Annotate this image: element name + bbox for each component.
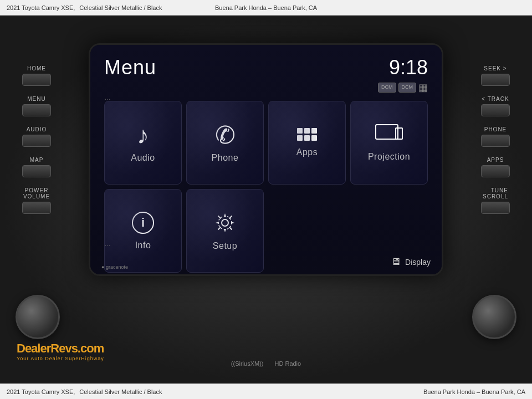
dcm-badge-2: DCM (398, 83, 417, 93)
info-label: Info (135, 241, 151, 250)
menu-button[interactable] (22, 104, 51, 116)
info-menu-item[interactable]: i Info (104, 189, 182, 273)
right-button-panel: SEEK > < TRACK PHONE APPS TUNE SCROLL (481, 65, 510, 214)
vehicle-info-top: 2021 Toyota Camry XSE, (7, 4, 75, 11)
info-icon: i (132, 212, 154, 234)
bottom-logos: ((SiriusXM)) HD Radio (231, 360, 301, 367)
power-volume-label: POWER VOLUME (23, 187, 50, 200)
display-button[interactable]: 🖥 Display (391, 256, 431, 268)
projection-label: Projection (368, 152, 410, 162)
tune-scroll-btn-group: TUNE SCROLL (481, 187, 510, 214)
svg-point-1 (218, 216, 232, 229)
setup-menu-item[interactable]: Setup (186, 189, 264, 273)
audio-button[interactable] (22, 135, 51, 147)
car-interior: HOME MENU AUDIO MAP POWER VOLUME (0, 16, 532, 383)
map-btn-label: MAP (30, 157, 44, 163)
apps-label: Apps (296, 147, 318, 157)
menu-btn-label: MENU (27, 96, 45, 102)
audio-btn-label: AUDIO (27, 126, 47, 132)
ellipsis-mid: … (104, 240, 111, 248)
dealer-info-top: Buena Park Honda – Buena Park, CA (215, 4, 317, 11)
seek-button[interactable] (481, 74, 510, 86)
vehicle-trim-bottom: Celestial Silver Metallic / Black (79, 388, 162, 395)
track-label: < TRACK (482, 96, 509, 102)
infotainment-screen-container: Menu 9:18 DCM DCM ▦ … (89, 43, 443, 276)
audio-label: Audio (131, 153, 155, 163)
screen-time: 9:18 (389, 56, 428, 79)
photo-area: HOME MENU AUDIO MAP POWER VOLUME (0, 16, 532, 383)
screen-title: Menu (104, 56, 156, 79)
infotainment-screen: Menu 9:18 DCM DCM ▦ … (90, 45, 442, 274)
left-knob[interactable] (16, 295, 60, 339)
phone-right-btn-group: PHONE (481, 126, 510, 147)
left-button-panel: HOME MENU AUDIO MAP POWER VOLUME (22, 65, 51, 214)
gracenote-logo: ● gracenote (101, 264, 128, 270)
bottom-bar-left: 2021 Toyota Camry XSE, Celestial Silver … (7, 388, 162, 395)
home-btn-group: HOME (22, 65, 51, 86)
vehicle-trim-top: Celestial Silver Metallic / Black (79, 4, 162, 11)
setup-icon (213, 211, 237, 234)
watermark-logo: DealerRevs.com (17, 341, 104, 356)
watermark-sub: Your Auto Dealer SuperHighway (17, 356, 104, 361)
phone-right-button[interactable] (481, 135, 510, 147)
projection-menu-item[interactable]: Projection (350, 101, 428, 185)
audio-menu-item[interactable]: ♪ Audio (104, 101, 182, 185)
screen-header: Menu 9:18 DCM DCM ▦ (104, 56, 428, 93)
watermark: DealerRevs.com Your Auto Dealer SuperHig… (17, 341, 104, 361)
vehicle-info-bottom: 2021 Toyota Camry XSE, (7, 388, 75, 395)
home-button[interactable] (22, 74, 51, 86)
dealer-info-bottom: Buena Park Honda – Buena Park, CA (423, 388, 525, 395)
signal-icon: ▦ (418, 83, 428, 93)
projection-icon (375, 124, 403, 145)
screen-top-right: 9:18 DCM DCM ▦ (378, 56, 428, 93)
tune-scroll-label: TUNE SCROLL (483, 187, 508, 200)
track-button[interactable] (481, 104, 510, 116)
seek-label: SEEK > (484, 65, 507, 71)
audio-icon: ♪ (137, 123, 149, 147)
menu-grid: ♪ Audio ✆ Phone (104, 101, 428, 273)
ellipsis-top: … (104, 94, 111, 101)
top-bar-left: 2021 Toyota Camry XSE, Celestial Silver … (7, 4, 162, 11)
power-volume-btn-group: POWER VOLUME (22, 187, 51, 214)
menu-btn-group: MENU (22, 96, 51, 116)
status-icons: DCM DCM ▦ (378, 83, 428, 93)
phone-icon: ✆ (215, 123, 236, 147)
apps-right-button[interactable] (481, 165, 510, 177)
apps-right-btn-group: APPS (481, 157, 510, 177)
hd-radio-logo: HD Radio (274, 360, 301, 367)
seek-btn-group: SEEK > (481, 65, 510, 86)
siriusxm-logo: ((SiriusXM)) (231, 360, 264, 367)
power-volume-button[interactable] (22, 202, 51, 214)
home-btn-label: HOME (27, 65, 46, 71)
setup-label: Setup (213, 241, 237, 251)
display-icon: 🖥 (391, 256, 401, 268)
track-btn-group: < TRACK (481, 96, 510, 116)
phone-menu-item[interactable]: ✆ Phone (186, 101, 264, 185)
map-btn-group: MAP (22, 157, 51, 177)
tune-scroll-button[interactable] (481, 202, 510, 214)
svg-point-0 (222, 219, 228, 226)
top-bar: 2021 Toyota Camry XSE, Celestial Silver … (0, 0, 532, 16)
apps-menu-item[interactable]: Apps (268, 101, 346, 185)
right-knob[interactable] (472, 295, 516, 339)
display-label: Display (405, 258, 431, 267)
audio-btn-group: AUDIO (22, 126, 51, 147)
map-button[interactable] (22, 165, 51, 177)
dcm-badge-1: DCM (378, 83, 396, 93)
bottom-bar: 2021 Toyota Camry XSE, Celestial Silver … (0, 383, 532, 399)
apps-right-label: APPS (487, 157, 504, 163)
apps-icon (297, 128, 317, 141)
phone-label: Phone (212, 153, 239, 163)
phone-right-label: PHONE (484, 126, 507, 132)
